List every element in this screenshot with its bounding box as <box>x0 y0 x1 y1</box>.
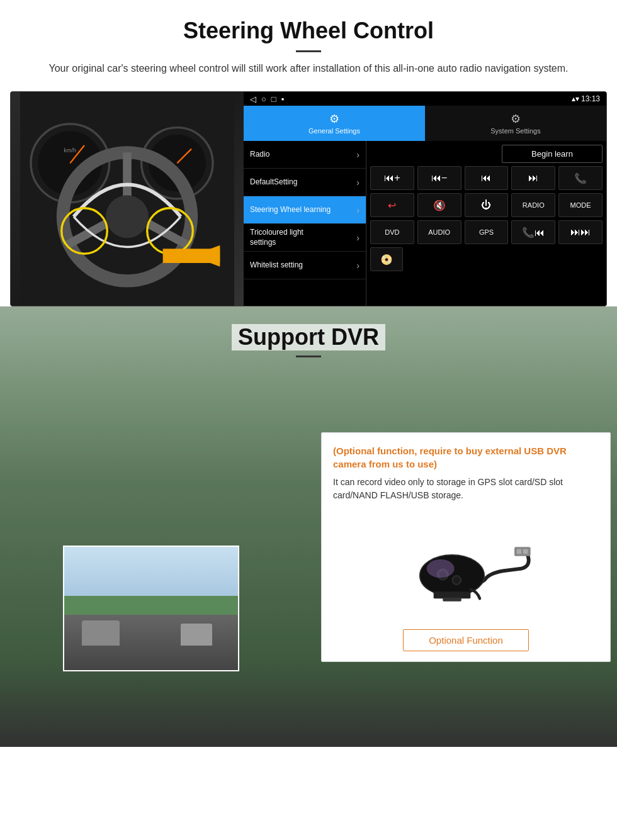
controls-panel: Begin learn ⏮+ ⏮− ⏮ ⏭ 📞 ↩ <box>366 141 606 306</box>
dvr-camera-image <box>333 510 599 623</box>
ctrl-audio[interactable]: AUDIO <box>417 220 461 244</box>
chevron-icon: › <box>356 205 359 215</box>
title-divider <box>296 50 321 52</box>
ctrl-row-3: DVD AUDIO GPS 📞⏮ ⏭⏭ <box>370 220 603 244</box>
begin-learn-row: Begin learn <box>370 145 603 163</box>
dvr-heading-area: Support DVR <box>0 306 617 362</box>
settings-tabs: ⚙ General Settings ⚙ System Settings <box>244 106 606 141</box>
svg-point-24 <box>454 578 460 583</box>
home-nav-icon[interactable]: ○ <box>261 94 266 104</box>
ctrl-vol-down[interactable]: ⏮− <box>417 166 461 190</box>
thumb-car-right <box>181 624 212 646</box>
menu-controls-area: Radio › DefaultSetting › Steering Wheel … <box>244 141 606 306</box>
menu-item-radio[interactable]: Radio › <box>244 141 366 169</box>
ctrl-phone[interactable]: 📞 <box>558 166 603 190</box>
page-title: Steering Wheel Control <box>38 18 579 44</box>
menu-item-default[interactable]: DefaultSetting › <box>244 169 366 196</box>
dvr-optional-text: (Optional function, require to buy exter… <box>333 444 599 471</box>
ctrl-prev-track[interactable]: ⏮ <box>465 166 509 190</box>
svg-text:km/h: km/h <box>64 147 77 154</box>
status-bar: ◁ ○ □ ▪ ▴▾ 13:13 <box>244 92 606 106</box>
menu-item-steering[interactable]: Steering Wheel learning › <box>244 196 366 224</box>
dvr-road-scene <box>64 547 238 670</box>
chevron-icon: › <box>356 150 359 160</box>
thumb-grass <box>64 596 238 615</box>
steering-wheel-svg: km/h <box>11 92 244 306</box>
svg-rect-25 <box>434 591 471 598</box>
tab-system[interactable]: ⚙ System Settings <box>425 106 606 141</box>
thumb-car-left <box>82 620 120 646</box>
steering-section: Steering Wheel Control Your original car… <box>0 0 617 306</box>
status-bar-right: ▴▾ 13:13 <box>572 94 600 103</box>
chevron-icon: › <box>356 177 359 188</box>
menu-whitelist-label: Whitelist setting <box>250 260 303 271</box>
ctrl-dvd[interactable]: DVD <box>370 220 414 244</box>
tab-system-label: System Settings <box>490 127 540 135</box>
steering-wheel-image: km/h <box>11 92 244 306</box>
ctrl-extra[interactable]: 📀 <box>370 247 403 271</box>
chevron-icon: › <box>356 233 359 243</box>
status-bar-nav: ◁ ○ □ ▪ <box>250 94 284 104</box>
ctrl-mute[interactable]: 🔇 <box>417 193 461 217</box>
ctrl-tel-prev[interactable]: 📞⏮ <box>511 220 555 244</box>
begin-learn-button[interactable]: Begin learn <box>502 145 603 163</box>
svg-rect-26 <box>443 598 461 602</box>
back-nav-icon[interactable]: ◁ <box>250 94 256 104</box>
ctrl-power[interactable]: ⏻ <box>465 193 509 217</box>
menu-default-label: DefaultSetting <box>250 177 297 188</box>
ctrl-mode[interactable]: MODE <box>558 193 603 217</box>
dvr-thumbnail-image <box>63 546 239 671</box>
chevron-icon: › <box>356 260 359 271</box>
ctrl-row-4: 📀 <box>370 247 603 271</box>
menu-item-whitelist[interactable]: Whitelist setting › <box>244 252 366 279</box>
menu-radio-label: Radio <box>250 150 269 160</box>
steering-heading-area: Steering Wheel Control Your original car… <box>0 0 617 80</box>
thumb-sky <box>64 547 238 596</box>
menu-list: Radio › DefaultSetting › Steering Wheel … <box>244 141 366 306</box>
ctrl-row-1: ⏮+ ⏮− ⏮ ⏭ 📞 <box>370 166 603 190</box>
svg-rect-18 <box>517 549 521 554</box>
tab-general[interactable]: ⚙ General Settings <box>244 106 425 141</box>
dvr-camera-svg <box>397 516 535 617</box>
system-icon: ⚙ <box>511 112 521 126</box>
ctrl-tel-next[interactable]: ⏭⏭ <box>558 220 603 244</box>
ctrl-hangup[interactable]: ↩ <box>370 193 414 217</box>
gear-icon: ⚙ <box>329 112 339 126</box>
menu-nav-icon[interactable]: ▪ <box>281 94 285 104</box>
svg-rect-19 <box>523 549 528 554</box>
dvr-section: Support DVR (Optional function, require … <box>0 306 617 747</box>
svg-point-27 <box>427 559 455 578</box>
android-ui-panel: ◁ ○ □ ▪ ▴▾ 13:13 ⚙ General Settings <box>244 92 606 306</box>
ctrl-vol-up[interactable]: ⏮+ <box>370 166 414 190</box>
ctrl-next-track[interactable]: ⏭ <box>511 166 555 190</box>
signal-icon: ▴▾ <box>572 94 579 103</box>
android-panel: km/h <box>10 91 607 306</box>
svg-point-12 <box>106 195 149 238</box>
dvr-description: It can record video only to storage in G… <box>333 476 599 502</box>
dvr-info-card: (Optional function, require to buy exter… <box>321 432 611 662</box>
dvr-title: Support DVR <box>232 324 385 350</box>
ctrl-row-2: ↩ 🔇 ⏻ RADIO MODE <box>370 193 603 217</box>
svg-rect-16 <box>163 249 220 263</box>
menu-steering-label: Steering Wheel learning <box>250 205 331 215</box>
clock: 13:13 <box>581 94 600 103</box>
tab-general-label: General Settings <box>308 127 360 135</box>
ctrl-gps[interactable]: GPS <box>465 220 509 244</box>
ctrl-radio[interactable]: RADIO <box>511 193 555 217</box>
menu-tricolour-label: Tricoloured lightsettings <box>250 228 303 247</box>
recents-nav-icon[interactable]: □ <box>271 94 276 104</box>
optional-function-button[interactable]: Optional Function <box>403 629 529 651</box>
menu-item-tricolour[interactable]: Tricoloured lightsettings › <box>244 224 366 252</box>
steering-description: Your original car's steering wheel contr… <box>38 61 579 76</box>
dvr-divider <box>296 356 321 357</box>
